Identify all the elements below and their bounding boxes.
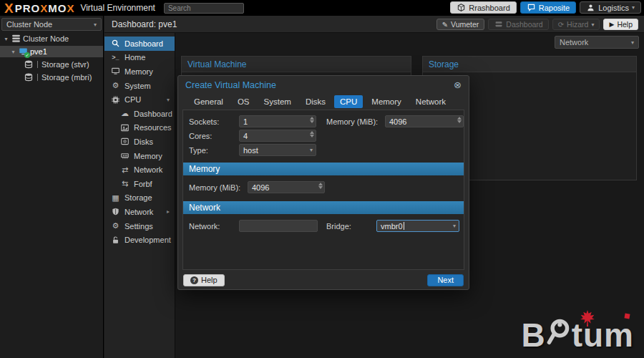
section-title: Network — [189, 203, 220, 213]
nav-item-cpu[interactable]: CPU ▾ — [104, 92, 175, 107]
expander-icon[interactable]: ▾ — [10, 49, 16, 55]
cores-input[interactable]: 4 — [239, 130, 316, 142]
nav-label: System — [125, 82, 151, 90]
memory-mib-input[interactable]: 4096 — [248, 181, 325, 193]
sockets-input[interactable]: 1 — [239, 115, 316, 127]
tree-item-label: pve1 — [30, 47, 47, 56]
spinner-buttons[interactable] — [457, 117, 462, 123]
pencil-icon: ✎ — [442, 21, 448, 29]
tab-system[interactable]: System — [258, 95, 297, 108]
brand-part: MO — [48, 2, 67, 14]
nav-item-cpu-disks[interactable]: Disks — [104, 135, 175, 149]
bridge-combo[interactable]: vmbr0 ▾ — [376, 220, 459, 232]
nav-item-system[interactable]: ⚙ System — [104, 79, 175, 93]
nav-label: Resources — [134, 123, 172, 132]
spinner-buttons[interactable] — [318, 183, 323, 189]
nav-item-network[interactable]: Network ▸ — [104, 205, 175, 219]
tab-memory[interactable]: Memory — [366, 95, 407, 108]
search-icon — [111, 39, 120, 47]
nav-item-cpu-memory[interactable]: Memory — [104, 149, 175, 163]
proxmox-x-icon: X — [4, 1, 14, 15]
dialog-titlebar[interactable]: Create Virtual Machine ⊗ — [178, 76, 469, 94]
repeat-icon: ⇆ — [120, 179, 130, 188]
rrashboard-button[interactable]: Rrashboard — [450, 1, 516, 14]
tree-view-label: Cluster Node — [6, 20, 52, 29]
memory-mib-label: Memory (MiB): — [189, 183, 248, 192]
dialog-title: Create Virtual Machine — [185, 80, 276, 90]
help-button[interactable]: ▶ Help — [603, 19, 638, 30]
tree-item-storage-mbri[interactable]: Storage (mbri) — [0, 72, 103, 83]
nav-item-settings[interactable]: ⚙ Settings — [104, 219, 175, 233]
chevron-down-icon: ▾ — [632, 4, 635, 11]
nav-item-storage[interactable]: ▦ Storage — [104, 191, 175, 205]
dialog-help-button[interactable]: ? Help — [183, 274, 225, 286]
tree-item-pve1[interactable]: ▾ ✓ pve1 — [0, 46, 103, 57]
raposite-button[interactable]: Raposite — [520, 1, 576, 14]
network-section-header: Network — [183, 201, 464, 214]
nav-item-cpu-forbf[interactable]: ⇆ Forbf — [104, 177, 175, 191]
network-view-label: Network — [560, 38, 588, 47]
next-button[interactable]: Next — [427, 274, 464, 286]
chevron-down-icon: ▾ — [94, 21, 97, 28]
rrashboard-label: Rrashboard — [469, 4, 509, 12]
tree-item-cluster[interactable]: ▾ Cluster Node — [0, 33, 103, 44]
network-label: Network: — [189, 222, 239, 231]
tree-item-label: Storage (mbri) — [42, 73, 92, 82]
section-title: Memory — [189, 164, 220, 174]
divider — [37, 61, 38, 68]
nav-item-cpu-resources[interactable]: Resources — [104, 121, 175, 135]
server-icon — [494, 21, 503, 28]
sockets-value: 1 — [243, 117, 248, 126]
nav-label: Network — [125, 208, 153, 216]
nav-item-memory[interactable]: Memory — [104, 64, 175, 79]
type-select[interactable]: host ▾ — [239, 144, 316, 156]
spinner-buttons[interactable] — [310, 131, 314, 137]
tab-network[interactable]: Network — [410, 95, 452, 108]
user-icon — [586, 4, 595, 11]
expander-icon[interactable]: ▾ — [3, 36, 9, 42]
chevron-down-icon: ▾ — [167, 97, 170, 103]
database-icon — [24, 73, 34, 82]
network-input[interactable] — [239, 220, 318, 232]
nav-item-home[interactable]: >_ Home — [104, 51, 175, 65]
proxmox-app: X PROXMOX Virtual Environment Rrashboard… — [0, 0, 644, 358]
database-icon — [24, 60, 34, 69]
resource-tree: Cluster Node ▾ ▾ Cluster Node ▾ ✓ pve1 S… — [0, 16, 104, 358]
tab-general[interactable]: General — [188, 95, 229, 108]
nav-item-cpu-network[interactable]: ⇄ Network — [104, 163, 175, 177]
nav-label: Dashboard — [125, 39, 163, 48]
tab-disks[interactable]: Disks — [300, 95, 331, 108]
dashboard-button[interactable]: Dashboard — [488, 19, 548, 30]
dashboard-label: Dashboard — [506, 20, 542, 29]
disk-icon — [120, 137, 130, 145]
network-view-select[interactable]: Network ▾ — [555, 36, 639, 49]
nav-item-dashboard[interactable]: Dashboard — [104, 37, 175, 51]
ram-icon — [120, 152, 130, 160]
chevron-down-icon: ▾ — [310, 147, 313, 153]
spinner-buttons[interactable] — [310, 117, 314, 123]
botum-watermark: B tum — [521, 318, 634, 349]
nav-item-development[interactable]: Development — [104, 233, 175, 247]
vumeter-label: Vumeter — [451, 20, 479, 29]
server-stack-icon — [11, 34, 21, 43]
tree-item-label: Storage (stvr) — [42, 60, 89, 69]
search-input[interactable] — [164, 3, 244, 14]
chevron-down-icon: ▾ — [591, 21, 594, 28]
refresh-icon: ⟳ — [558, 21, 564, 29]
close-icon[interactable]: ⊗ — [454, 80, 462, 90]
logistics-button[interactable]: Logistics ▾ — [580, 1, 641, 14]
dialog-footer: ? Help Next — [178, 271, 469, 289]
tab-os[interactable]: OS — [232, 95, 255, 108]
tab-cpu[interactable]: CPU — [334, 95, 363, 108]
vumeter-button[interactable]: ✎ Vumeter — [436, 19, 485, 30]
hizard-button[interactable]: ⟳ Hizard ▾ — [552, 19, 600, 30]
tree-view-selector[interactable]: Cluster Node ▾ — [1, 18, 102, 31]
memory-input[interactable]: 4096 — [385, 115, 464, 127]
tree-item-storage-stvr[interactable]: Storage (stvr) — [0, 59, 103, 70]
type-label: Type: — [189, 146, 239, 155]
memory-mib-value: 4096 — [252, 183, 269, 192]
nav-item-cpu-dashboard[interactable]: ☁ Dashboard — [104, 107, 175, 121]
bridge-value: vmbr0 — [381, 222, 403, 231]
red-dot — [624, 313, 630, 319]
play-icon: ▶ — [609, 21, 614, 28]
